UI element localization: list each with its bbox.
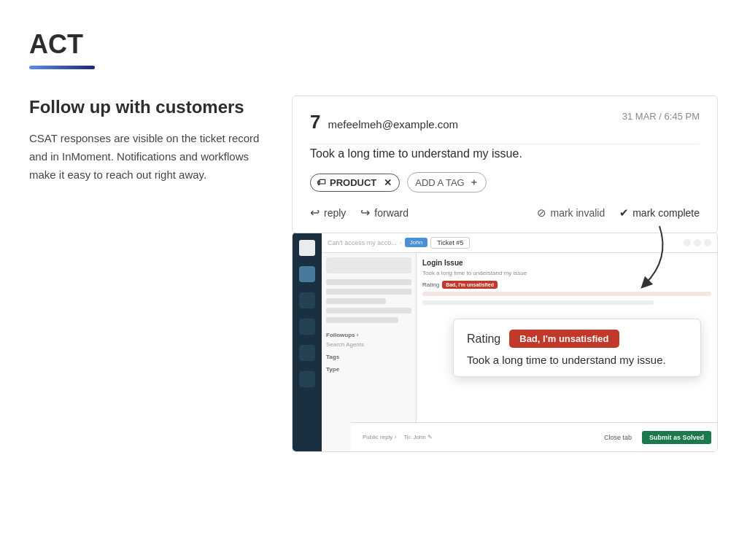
inner-list-item-5 <box>326 317 398 323</box>
reply-button[interactable]: ↩ reply <box>310 206 346 219</box>
inner-bottom-bar: Public reply › To: John ✎ Close tab Subm… <box>351 422 717 451</box>
mark-complete-icon: ✔ <box>619 206 629 219</box>
section-heading: Follow up with customers <box>29 96 263 118</box>
reply-label: reply <box>324 207 346 219</box>
inner-followups-label: Followups › <box>326 332 411 338</box>
inner-rating-label: Rating <box>422 281 439 288</box>
page-title: ACT <box>29 29 718 60</box>
inner-sidebar <box>293 233 322 451</box>
tag-add[interactable]: ADD A TAG ＋ <box>407 172 486 192</box>
tag-product[interactable]: 🏷 PRODUCT ✕ <box>310 174 400 192</box>
tag-product-label: PRODUCT <box>330 177 376 188</box>
inner-maximize <box>694 239 701 246</box>
ticket-tags: 🏷 PRODUCT ✕ ADD A TAG ＋ <box>310 172 700 192</box>
inner-list-item-3 <box>326 298 386 304</box>
inner-list-item-4 <box>326 308 411 314</box>
inner-close-tab[interactable]: Close tab <box>598 431 638 444</box>
inner-rating-badge: Bad, I'm unsatisfied <box>442 281 498 289</box>
right-panel: 7 mefeelmeh@example.com 31 MAR / 6:45 PM… <box>292 96 718 452</box>
left-panel: Follow up with customers CSAT responses … <box>29 96 263 184</box>
inner-tab-john: John <box>405 238 427 247</box>
ticket-date: 31 MAR / 6:45 PM <box>622 111 700 122</box>
inner-submit-button[interactable]: Submit as Solved <box>642 431 711 444</box>
inner-sidebar-icon-3 <box>299 319 315 335</box>
ticket-email: mefeelmeh@example.com <box>328 118 458 131</box>
inner-sidebar-icon-4 <box>299 345 315 361</box>
mark-invalid-button[interactable]: ⊘ mark invalid <box>537 206 605 219</box>
inner-list-item-1 <box>326 279 411 285</box>
highlight-rating-label: Rating <box>467 332 500 346</box>
tag-icon: 🏷 <box>317 177 325 187</box>
inner-list-item-2 <box>326 289 411 295</box>
ticket-actions-left: ↩ reply ↪ forward <box>310 206 409 219</box>
ticket-header: 7 mefeelmeh@example.com 31 MAR / 6:45 PM <box>310 111 700 133</box>
inner-search-agents: Search Agents <box>326 341 411 348</box>
highlight-popup: Rating Bad, I'm unsatisfied Took a long … <box>453 319 701 377</box>
inner-sidebar-icon-2 <box>299 292 315 308</box>
mark-invalid-label: mark invalid <box>550 207 605 219</box>
tag-add-label: ADD A TAG <box>415 177 464 188</box>
inner-search <box>326 257 411 273</box>
inner-breadcrumb: Can't access my acco... <box>328 239 397 246</box>
inner-type-label: Type <box>326 366 411 373</box>
mark-invalid-icon: ⊘ <box>537 206 546 219</box>
inner-sidebar-icon-home <box>299 266 315 282</box>
ticket-actions-right: ⊘ mark invalid ✔ mark complete <box>537 206 700 219</box>
inner-close <box>704 239 711 246</box>
inner-reply-mode: Public reply › <box>363 434 396 440</box>
inner-detail-line-2 <box>422 300 654 305</box>
add-icon: ＋ <box>469 176 479 189</box>
highlight-rating-row: Rating Bad, I'm unsatisfied <box>467 330 687 348</box>
ticket-actions: ↩ reply ↪ forward ⊘ mark invalid ✔ <box>310 206 700 219</box>
forward-label: forward <box>374 207 409 219</box>
inner-minimize <box>684 239 691 246</box>
section-body: CSAT responses are visible on the ticket… <box>29 130 263 184</box>
inner-tags-label: Tags <box>326 354 411 360</box>
inner-to-label: To: John ✎ <box>403 434 432 440</box>
inner-sidebar-icon-5 <box>299 371 315 387</box>
mark-complete-label: mark complete <box>632 207 700 219</box>
forward-button[interactable]: ↪ forward <box>360 206 409 219</box>
inner-tab-ticket[interactable]: Ticket #5 <box>430 237 470 249</box>
ticket-number: 7 <box>310 111 320 133</box>
inner-logo <box>299 240 315 256</box>
curved-arrow <box>601 222 674 295</box>
highlight-message: Took a long time to understand my issue. <box>467 354 687 366</box>
ticket-message: Took a long time to understand my issue. <box>310 144 700 160</box>
tag-remove-icon[interactable]: ✕ <box>384 177 392 188</box>
forward-icon: ↪ <box>360 206 370 219</box>
reply-icon: ↩ <box>310 206 320 219</box>
ticket-number-email: 7 mefeelmeh@example.com <box>310 111 458 133</box>
ticket-card: 7 mefeelmeh@example.com 31 MAR / 6:45 PM… <box>292 96 718 233</box>
highlight-rating-badge: Bad, I'm unsatisfied <box>509 330 619 348</box>
mark-complete-button[interactable]: ✔ mark complete <box>619 206 700 219</box>
title-underline <box>29 66 95 69</box>
